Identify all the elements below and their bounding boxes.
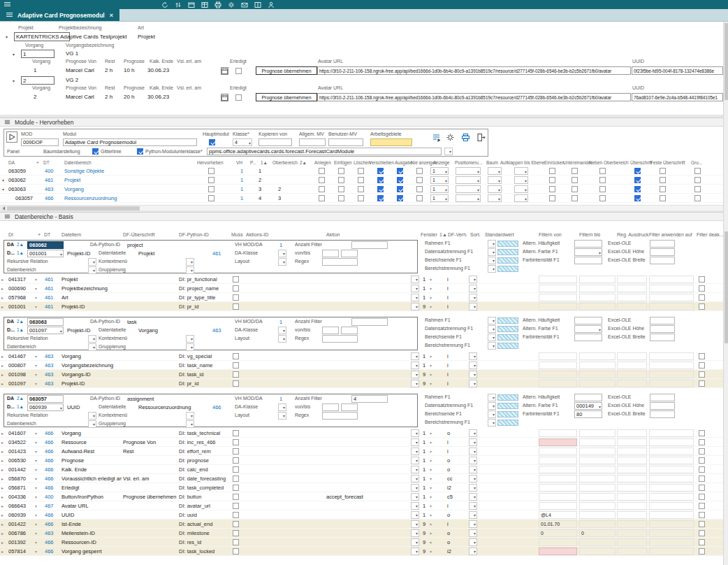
tab-menu-icon[interactable] xyxy=(6,13,13,18)
excel-ole-hoehe-field[interactable] xyxy=(650,325,675,333)
muss-checkbox[interactable] xyxy=(233,362,239,369)
reg-ausdruck-field[interactable] xyxy=(617,466,647,473)
muss-checkbox[interactable] xyxy=(233,457,239,464)
col-ausgabe[interactable]: Ausgabe xyxy=(395,160,413,165)
bereichsende-select[interactable] xyxy=(488,257,496,264)
vorgang-nr-field[interactable]: 1 xyxy=(21,50,54,58)
dt-link[interactable]: 463 xyxy=(45,186,54,192)
dataitem-row[interactable]: ▸ 001392 ▾ 466 Ressourcen-ID DI: res_id … xyxy=(0,538,723,547)
col-gruppierung[interactable]: Gru... xyxy=(691,160,702,165)
fenster-select-icon[interactable]: ▾ xyxy=(430,304,432,309)
dt-link[interactable]: 466 xyxy=(45,466,54,473)
sort-select[interactable] xyxy=(469,303,477,310)
benutzer-mv-field[interactable] xyxy=(328,138,363,146)
scroll-left-arrow[interactable] xyxy=(1,206,6,210)
muss-checkbox[interactable] xyxy=(233,530,239,536)
filter-anwenden-field[interactable] xyxy=(649,493,694,501)
run-module-button[interactable] xyxy=(6,131,17,143)
dt-link[interactable]: 461 xyxy=(45,303,54,310)
verschieben-checkbox[interactable] xyxy=(377,177,384,183)
filter-deaktiviert-checkbox[interactable] xyxy=(699,276,705,282)
col-einfuegen[interactable]: Einfügen xyxy=(334,160,352,165)
fenster-select-icon[interactable]: ▾ xyxy=(430,381,432,386)
col-prognose[interactable]: Prognose xyxy=(124,59,145,64)
dt-link[interactable]: 461 xyxy=(45,294,54,301)
datensatztrennung-color-field[interactable] xyxy=(497,326,518,332)
filtern-von-field[interactable]: @L4 xyxy=(539,511,577,519)
gear-icon[interactable] xyxy=(227,1,235,8)
datenbereich-link[interactable]: Vorgang xyxy=(64,186,84,192)
datenbereich-link[interactable]: Ressourcenzuordnung xyxy=(64,195,117,201)
filter-deaktiviert-checkbox[interactable] xyxy=(699,448,705,455)
col-einruecken[interactable]: Einrücken xyxy=(544,160,565,165)
filter-deaktiviert-checkbox[interactable] xyxy=(699,303,705,310)
di-select-icon[interactable]: ▾ xyxy=(35,363,37,368)
dataitem-row[interactable]: ▸ 056871 ▾ 466 Erledigt DI: task_complet… xyxy=(0,483,723,492)
filter-deaktiviert-checkbox[interactable] xyxy=(699,371,705,378)
excel-ole-field[interactable] xyxy=(650,240,675,248)
di-select-icon[interactable]: ▾ xyxy=(35,431,37,436)
aufklappen-select[interactable] xyxy=(514,176,528,184)
scrollbar-thumb[interactable] xyxy=(725,23,728,100)
gruppierung-checkbox[interactable] xyxy=(694,177,701,183)
col-datenbereich[interactable]: Datenbereich xyxy=(64,160,92,165)
filtern-bis-field[interactable] xyxy=(579,429,616,437)
window-icon[interactable] xyxy=(187,1,195,8)
project-row[interactable]: ▾ KARTENTRICKS Adaptive Cards Testprojek… xyxy=(0,32,723,42)
filtern-von-field[interactable] xyxy=(539,548,577,555)
datenbereich-row[interactable]: 063057 466 Ressourcenzuordnung 1 4 3 1 xyxy=(0,194,723,203)
dataitem-row[interactable]: ▸ 056870 ▾ 466 Voraussichtlich erledigt … xyxy=(0,474,723,483)
muss-checkbox[interactable] xyxy=(233,539,239,545)
di-select-icon[interactable]: ▾ xyxy=(35,449,37,454)
aktion-select[interactable] xyxy=(411,457,419,464)
col-rest[interactable]: Rest xyxy=(105,85,115,90)
aktion-select[interactable] xyxy=(411,448,419,455)
aufklappen-select[interactable] xyxy=(514,167,528,175)
di-select-icon[interactable]: ▾ xyxy=(35,494,37,499)
fenster-select-icon[interactable]: ▾ xyxy=(430,354,432,359)
col-filter-anwenden[interactable]: Filter anwenden auf xyxy=(649,232,692,237)
einfuegen-checkbox[interactable] xyxy=(338,168,344,174)
dataitem-row[interactable]: ▸ 001097 ▾ 463 Projekt-ID DI: pr_id 9 ▾ … xyxy=(0,379,723,388)
aktion-select[interactable] xyxy=(411,352,419,360)
bereichstrennung-color-field[interactable] xyxy=(497,420,518,426)
vorgang-detail-row[interactable]: 2 Marcel Carl 2 h 20 h 30.06.23 Prognose… xyxy=(0,92,723,103)
altern-farbe-select[interactable] xyxy=(574,248,602,256)
vertical-scrollbar[interactable] xyxy=(723,22,728,565)
filter-deaktiviert-checkbox[interactable] xyxy=(699,512,705,518)
di-select-icon[interactable]: ▾ xyxy=(35,458,37,463)
sort-select[interactable] xyxy=(469,520,477,528)
filter-anwenden-field[interactable] xyxy=(649,448,694,455)
filtern-von-field[interactable] xyxy=(539,457,577,464)
filter-anwenden-field[interactable] xyxy=(649,285,694,292)
sort-select[interactable] xyxy=(469,448,477,455)
neben-oberbereich-checkbox[interactable] xyxy=(599,195,606,201)
dataitem-row[interactable]: ▸ 034522 ▾ 466 Ressource Prognose Von DI… xyxy=(0,438,723,447)
tree-expander-icon[interactable]: ▾ xyxy=(13,78,15,83)
datensatztrennung-color-field[interactable] xyxy=(497,249,518,255)
datensatztrennung-select[interactable] xyxy=(488,325,496,333)
einfuegen-checkbox[interactable] xyxy=(338,195,344,201)
filter-deaktiviert-checkbox[interactable] xyxy=(699,439,705,445)
sort-select[interactable] xyxy=(469,466,477,473)
col-baum[interactable]: Baum xyxy=(486,160,498,165)
di-select-icon[interactable]: ▾ xyxy=(35,503,37,508)
gruppierung-checkbox[interactable] xyxy=(694,168,701,174)
row-expander-icon[interactable]: ▸ xyxy=(1,363,3,368)
muss-checkbox[interactable] xyxy=(233,353,239,359)
python-unterklasse-select[interactable] xyxy=(444,148,453,155)
filtern-von-field[interactable] xyxy=(539,466,577,473)
reg-ausdruck-field[interactable] xyxy=(617,493,647,501)
muss-checkbox[interactable] xyxy=(233,512,239,518)
tab-adaptive-card-prognosemodul[interactable]: Adaptive Card Prognosemodul × xyxy=(0,9,119,21)
excel-ole-breite-field[interactable] xyxy=(650,257,675,264)
aktion-select[interactable] xyxy=(411,371,419,378)
fenster-select-icon[interactable]: ▾ xyxy=(430,503,432,508)
reg-ausdruck-field[interactable] xyxy=(617,511,647,519)
datenbereich-link[interactable]: Sonstige Objekte xyxy=(64,168,104,174)
excel-ole-breite-field[interactable] xyxy=(650,334,675,341)
reg-ausdruck-field[interactable] xyxy=(617,529,647,537)
col-vorgangsbezeichnung[interactable]: Vorgangsbezeichnung xyxy=(66,43,114,48)
filter-anwenden-field[interactable] xyxy=(649,520,694,528)
verschieben-checkbox[interactable] xyxy=(377,186,384,192)
